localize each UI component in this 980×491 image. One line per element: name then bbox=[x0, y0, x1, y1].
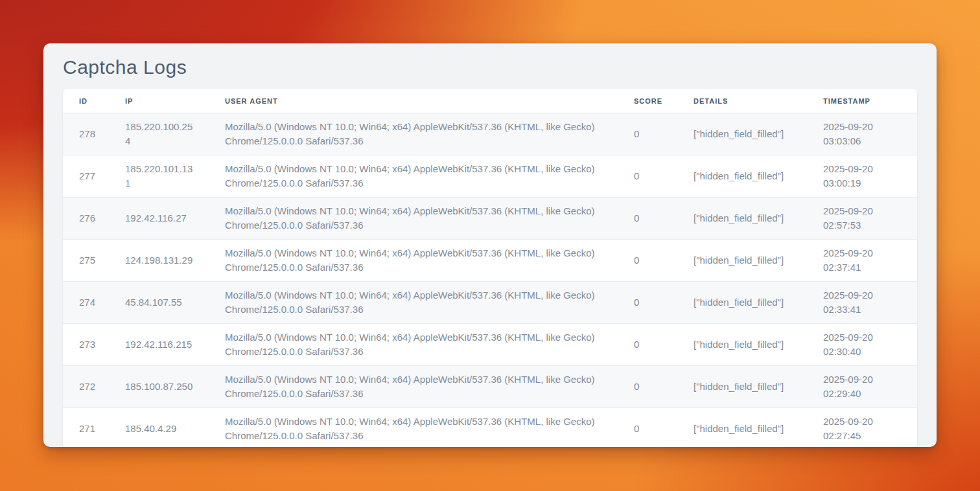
cell-ip: 185.220.100.254 bbox=[109, 113, 209, 155]
cell-details: ["hidden_field_filled"] bbox=[677, 240, 807, 282]
cell-details: ["hidden_field_filled"] bbox=[677, 155, 807, 198]
table-header-row: ID IP USER AGENT SCORE DETAILS TIMESTAMP bbox=[63, 89, 917, 113]
table-row: 278185.220.100.254Mozilla/5.0 (Windows N… bbox=[63, 113, 917, 155]
cell-timestamp: 2025-09-20 02:57:53 bbox=[807, 198, 917, 240]
cell-user-agent: Mozilla/5.0 (Windows NT 10.0; Win64; x64… bbox=[209, 113, 618, 155]
cell-id: 277 bbox=[63, 155, 109, 198]
table-row: 276192.42.116.27Mozilla/5.0 (Windows NT … bbox=[63, 198, 917, 240]
page-background: { "page": { "title": "Captcha Logs" }, "… bbox=[0, 0, 980, 491]
cell-timestamp: 2025-09-20 02:37:41 bbox=[807, 240, 917, 282]
cell-timestamp: 2025-09-20 02:27:45 bbox=[807, 408, 917, 448]
table-row: 275124.198.131.29Mozilla/5.0 (Windows NT… bbox=[63, 240, 917, 282]
cell-user-agent: Mozilla/5.0 (Windows NT 10.0; Win64; x64… bbox=[209, 366, 618, 408]
cell-score: 0 bbox=[618, 198, 677, 240]
cell-details: ["hidden_field_filled"] bbox=[677, 113, 807, 155]
cell-id: 272 bbox=[63, 366, 109, 408]
cell-score: 0 bbox=[618, 282, 677, 324]
cell-score: 0 bbox=[618, 240, 677, 282]
cell-ip: 45.84.107.55 bbox=[109, 282, 209, 324]
cell-timestamp: 2025-09-20 03:03:06 bbox=[807, 113, 917, 155]
cell-id: 271 bbox=[63, 408, 109, 448]
cell-ip: 185.40.4.29 bbox=[109, 408, 209, 448]
cell-id: 278 bbox=[63, 113, 109, 155]
cell-score: 0 bbox=[618, 113, 677, 155]
cell-ip: 192.42.116.27 bbox=[109, 198, 209, 240]
table-row: 273192.42.116.215Mozilla/5.0 (Windows NT… bbox=[63, 324, 917, 366]
cell-ip: 124.198.131.29 bbox=[109, 240, 209, 282]
cell-score: 0 bbox=[618, 324, 677, 366]
cell-details: ["hidden_field_filled"] bbox=[677, 198, 807, 240]
table-body: 278185.220.100.254Mozilla/5.0 (Windows N… bbox=[63, 113, 917, 448]
cell-details: ["hidden_field_filled"] bbox=[677, 366, 807, 408]
cell-timestamp: 2025-09-20 02:30:40 bbox=[807, 324, 917, 366]
cell-user-agent: Mozilla/5.0 (Windows NT 10.0; Win64; x64… bbox=[209, 155, 618, 198]
cell-score: 0 bbox=[618, 155, 677, 198]
table-row: 272185.100.87.250Mozilla/5.0 (Windows NT… bbox=[63, 366, 917, 408]
cell-details: ["hidden_field_filled"] bbox=[677, 282, 807, 324]
cell-details: ["hidden_field_filled"] bbox=[677, 408, 807, 448]
cell-user-agent: Mozilla/5.0 (Windows NT 10.0; Win64; x64… bbox=[209, 408, 618, 448]
cell-timestamp: 2025-09-20 03:00:19 bbox=[807, 155, 917, 198]
column-header-timestamp: TIMESTAMP bbox=[807, 89, 917, 113]
captcha-logs-table-container: ID IP USER AGENT SCORE DETAILS TIMESTAMP… bbox=[63, 89, 917, 447]
cell-ip: 192.42.116.215 bbox=[109, 324, 209, 366]
column-header-user-agent: USER AGENT bbox=[209, 89, 618, 113]
page-title: Captcha Logs bbox=[63, 56, 917, 78]
cell-timestamp: 2025-09-20 02:29:40 bbox=[807, 366, 917, 408]
cell-user-agent: Mozilla/5.0 (Windows NT 10.0; Win64; x64… bbox=[209, 240, 618, 282]
column-header-details: DETAILS bbox=[677, 89, 807, 113]
cell-user-agent: Mozilla/5.0 (Windows NT 10.0; Win64; x64… bbox=[209, 198, 618, 240]
cell-timestamp: 2025-09-20 02:33:41 bbox=[807, 282, 917, 324]
column-header-score: SCORE bbox=[618, 89, 677, 113]
cell-score: 0 bbox=[618, 366, 677, 408]
cell-ip: 185.220.101.131 bbox=[109, 155, 209, 198]
cell-details: ["hidden_field_filled"] bbox=[677, 324, 807, 366]
cell-id: 273 bbox=[63, 324, 109, 366]
cell-user-agent: Mozilla/5.0 (Windows NT 10.0; Win64; x64… bbox=[209, 324, 618, 366]
column-header-ip: IP bbox=[109, 89, 209, 113]
table-row: 271185.40.4.29Mozilla/5.0 (Windows NT 10… bbox=[63, 408, 917, 448]
captcha-logs-table: ID IP USER AGENT SCORE DETAILS TIMESTAMP… bbox=[63, 89, 917, 447]
cell-user-agent: Mozilla/5.0 (Windows NT 10.0; Win64; x64… bbox=[209, 282, 618, 324]
captcha-logs-card: Captcha Logs ID IP USER AGENT SCORE DETA… bbox=[43, 43, 937, 447]
cell-id: 274 bbox=[63, 282, 109, 324]
cell-ip: 185.100.87.250 bbox=[109, 366, 209, 408]
cell-id: 275 bbox=[63, 240, 109, 282]
table-row: 277185.220.101.131Mozilla/5.0 (Windows N… bbox=[63, 155, 917, 198]
cell-id: 276 bbox=[63, 198, 109, 240]
cell-score: 0 bbox=[618, 408, 677, 448]
table-row: 27445.84.107.55Mozilla/5.0 (Windows NT 1… bbox=[63, 282, 917, 324]
column-header-id: ID bbox=[63, 89, 109, 113]
